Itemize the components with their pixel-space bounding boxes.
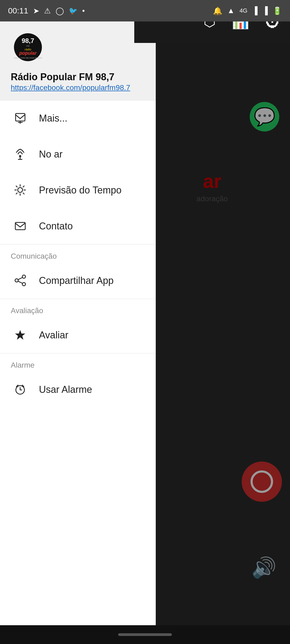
station-url[interactable]: https://facebook.com/popularfm98.7 xyxy=(11,83,145,92)
compartilhar-label: Compartilhar App xyxy=(39,275,114,286)
warning-icon: ⚠ xyxy=(44,6,51,15)
drawer-header: 98,7 FM rádio popular você é o centro da… xyxy=(0,21,156,100)
section-avaliacao: Avaliação xyxy=(0,299,156,317)
menu-item-compartilhar[interactable]: Compartilhar App xyxy=(0,263,156,299)
status-time: 00:11 xyxy=(8,6,28,15)
alarm-status-icon: 🔔 xyxy=(213,6,222,15)
svg-line-23 xyxy=(23,186,24,187)
avaliar-icon xyxy=(11,326,30,345)
usar-alarme-label: Usar Alarme xyxy=(39,384,92,395)
svg-rect-25 xyxy=(15,222,25,230)
avaliar-label: Avaliar xyxy=(39,330,68,341)
mais-label: Mais... xyxy=(39,113,67,124)
mais-icon xyxy=(11,109,30,128)
station-logo: 98,7 FM rádio popular você é o centro da… xyxy=(11,32,54,64)
svg-point-16 xyxy=(18,188,23,192)
network-4g-icon: 4G xyxy=(240,7,247,14)
menu-item-contato[interactable]: Contato xyxy=(0,208,156,244)
circle-icon: ◯ xyxy=(56,6,64,15)
svg-text:popular: popular xyxy=(19,50,37,56)
station-name: Rádio Popular FM 98,7 xyxy=(11,71,145,83)
svg-text:você é o centro das nossas ate: você é o centro das nossas atenções xyxy=(14,57,42,59)
wifi-icon: ▲ xyxy=(227,6,235,15)
menu-item-avaliar[interactable]: Avaliar xyxy=(0,317,156,353)
section-alarme: Alarme xyxy=(0,353,156,372)
send-icon: ➤ xyxy=(33,6,39,15)
nav-indicator xyxy=(118,633,172,636)
svg-point-28 xyxy=(15,279,18,282)
svg-text:FM: FM xyxy=(26,45,30,47)
no-ar-icon xyxy=(11,145,30,164)
svg-line-22 xyxy=(23,193,24,194)
svg-text:98,7: 98,7 xyxy=(22,37,34,44)
navigation-bar xyxy=(0,625,290,644)
battery-icon: 🔋 xyxy=(273,6,282,15)
status-right: 🔔 ▲ 4G ▐ ▐ 🔋 xyxy=(213,6,282,15)
status-bar: 00:11 ➤ ⚠ ◯ 🐦 • 🔔 ▲ 4G ▐ ▐ 🔋 xyxy=(0,0,290,21)
svg-line-30 xyxy=(18,281,23,283)
usar-alarme-icon xyxy=(11,380,30,399)
drawer-menu: Mais... No ar xyxy=(0,100,156,644)
previsao-label: Previsão do Tempo xyxy=(39,185,122,196)
section-comunicacao: Comunicação xyxy=(0,244,156,263)
menu-item-no-ar[interactable]: No ar xyxy=(0,136,156,172)
status-left: 00:11 ➤ ⚠ ◯ 🐦 • xyxy=(8,6,85,15)
navigation-drawer: 98,7 FM rádio popular você é o centro da… xyxy=(0,21,156,644)
svg-point-27 xyxy=(22,283,26,286)
contato-label: Contato xyxy=(39,221,73,232)
signal-icon2: ▐ xyxy=(262,6,268,15)
twitter-icon: 🐦 xyxy=(69,7,77,15)
svg-line-24 xyxy=(16,193,17,194)
svg-marker-31 xyxy=(15,330,25,340)
menu-item-previsao[interactable]: Previsão do Tempo xyxy=(0,172,156,208)
no-ar-label: No ar xyxy=(39,149,63,160)
compartilhar-icon xyxy=(11,271,30,290)
dot-icon: • xyxy=(82,6,85,15)
svg-point-26 xyxy=(22,275,26,278)
svg-rect-10 xyxy=(16,114,25,121)
svg-line-29 xyxy=(18,277,23,280)
menu-item-mais[interactable]: Mais... xyxy=(0,100,156,136)
signal-icon: ▐ xyxy=(252,6,258,15)
menu-item-usar-alarme[interactable]: Usar Alarme xyxy=(0,372,156,408)
svg-line-21 xyxy=(16,186,17,187)
previsao-icon xyxy=(11,181,30,200)
contato-icon xyxy=(11,217,30,236)
